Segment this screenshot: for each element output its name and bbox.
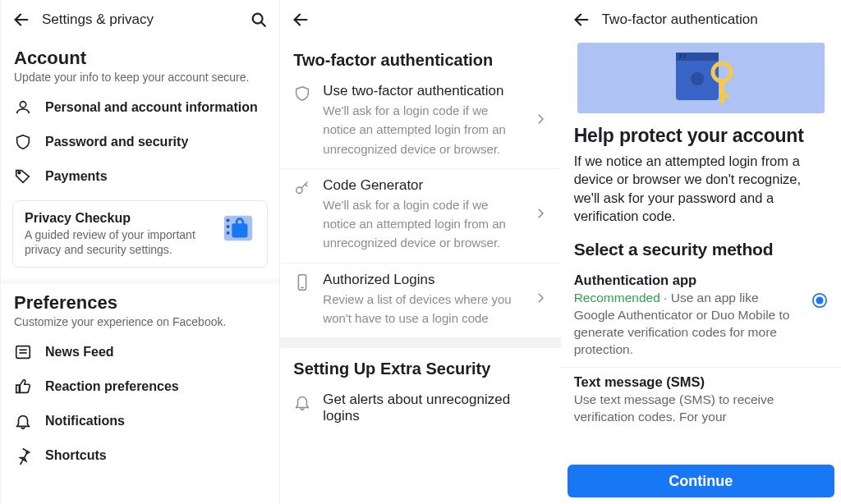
header [280, 0, 560, 39]
svg-point-10 [227, 231, 230, 235]
row-authorized-logins[interactable]: Authorized Logins Review a list of devic… [280, 263, 560, 339]
svg-point-9 [227, 225, 230, 228]
svg-rect-20 [676, 53, 719, 61]
bell-icon [293, 393, 311, 411]
row-label: Password and security [45, 135, 188, 149]
card-sub: A guided review of your important privac… [25, 227, 209, 257]
row-use-2fa[interactable]: Use two-factor authentication We'll ask … [280, 75, 560, 169]
back-icon[interactable] [12, 11, 30, 29]
row-label: Payments [45, 169, 108, 184]
page-title: Two-factor authentication [602, 11, 830, 28]
svg-rect-25 [719, 79, 724, 103]
account-subtext: Update your info to keep your account se… [1, 71, 279, 90]
svg-line-2 [261, 22, 265, 26]
recommended-label: Recommended [574, 291, 660, 305]
svg-rect-26 [719, 94, 729, 98]
svg-rect-22 [679, 54, 682, 58]
svg-point-15 [296, 187, 302, 193]
hero-illustration [577, 43, 825, 113]
section-2fa-heading: Two-factor authentication [280, 39, 560, 75]
svg-point-3 [20, 102, 25, 108]
back-icon[interactable] [292, 11, 310, 29]
row-code-generator[interactable]: Code Generator We'll ask for a login cod… [280, 169, 560, 263]
method-sub: Use text message (SMS) to receive verifi… [574, 392, 828, 426]
search-icon[interactable] [250, 11, 268, 29]
twofa-setup-panel: Two-factor authentication Help protect y… [561, 0, 841, 504]
method-sms[interactable]: Text message (SMS) Use text message (SMS… [561, 368, 841, 434]
header: Two-factor authentication [561, 0, 841, 39]
account-heading: Account [1, 39, 279, 71]
select-method-heading: Select a security method [561, 233, 841, 266]
method-sub: Recommended · Use an app like Google Aut… [574, 290, 802, 359]
row-label: Notifications [45, 414, 125, 428]
row-shortcuts[interactable]: Shortcuts [1, 438, 279, 473]
account-heading-text: Account [14, 48, 266, 69]
section-extra-heading: Setting Up Extra Security [280, 348, 560, 383]
privacy-checkup-card[interactable]: Privacy Checkup A guided review of your … [12, 200, 268, 268]
row-label: Personal and account information [45, 100, 258, 115]
row-label: News Feed [45, 345, 114, 360]
item-title: Use two-factor authentication [323, 83, 521, 99]
row-news-feed[interactable]: News Feed [1, 335, 279, 369]
card-title: Privacy Checkup [25, 211, 209, 226]
row-notifications[interactable]: Notifications [1, 404, 279, 438]
preferences-heading-text: Preferences [14, 292, 266, 314]
method-title: Text message (SMS) [574, 374, 828, 390]
key-icon [293, 179, 311, 197]
preferences-subtext: Customize your experience on Facebook. [1, 315, 279, 335]
person-icon [14, 99, 32, 117]
chevron-right-icon [533, 291, 548, 309]
section-divider [280, 338, 560, 348]
row-reaction-preferences[interactable]: Reaction preferences [1, 369, 279, 404]
description: If we notice an attempted login from a d… [561, 152, 841, 233]
row-payments[interactable]: Payments [1, 159, 279, 194]
item-sub: We'll ask for a login code if we notice … [323, 101, 521, 158]
item-title: Get alerts about unrecognized logins [323, 392, 547, 424]
phone-icon [293, 273, 311, 291]
svg-point-21 [691, 72, 704, 85]
svg-point-8 [227, 219, 230, 222]
item-title: Authorized Logins [323, 272, 521, 288]
shield-icon [293, 85, 311, 103]
svg-rect-11 [16, 346, 30, 359]
row-label: Reaction preferences [45, 379, 179, 394]
item-sub: Review a list of devices where you won't… [323, 290, 521, 328]
row-password-security[interactable]: Password and security [1, 125, 279, 159]
row-label: Shortcuts [45, 448, 107, 463]
chevron-right-icon [533, 112, 548, 130]
feed-icon [14, 343, 32, 361]
bell-icon [14, 412, 32, 430]
security-panel: Two-factor authentication Use two-factor… [280, 0, 560, 504]
pin-icon [14, 447, 32, 465]
svg-point-28 [816, 297, 823, 305]
svg-rect-23 [683, 54, 686, 58]
preferences-heading: Preferences [1, 284, 279, 315]
settings-panel: Settings & privacy Account Update your i… [0, 0, 280, 504]
back-icon[interactable] [572, 11, 591, 29]
row-get-alerts[interactable]: Get alerts about unrecognized logins [280, 383, 560, 436]
row-personal-info[interactable]: Personal and account information [1, 90, 279, 125]
thumb-icon [14, 378, 32, 396]
method-auth-app[interactable]: Authentication app Recommended · Use an … [561, 266, 841, 368]
svg-point-4 [18, 172, 21, 174]
item-sub: We'll ask for a login code if we notice … [323, 195, 521, 253]
lock-card-icon [221, 211, 255, 245]
headline: Help protect your account [561, 113, 841, 152]
tag-icon [14, 167, 32, 186]
radio-selected-icon[interactable] [811, 292, 828, 309]
shield-icon [14, 133, 32, 151]
chevron-right-icon [533, 206, 548, 224]
continue-button[interactable]: Continue [568, 465, 834, 497]
page-title: Settings & privacy [42, 11, 238, 28]
header: Settings & privacy [1, 0, 279, 39]
method-title: Authentication app [574, 273, 802, 288]
sep: · [660, 291, 671, 305]
item-title: Code Generator [323, 177, 521, 194]
